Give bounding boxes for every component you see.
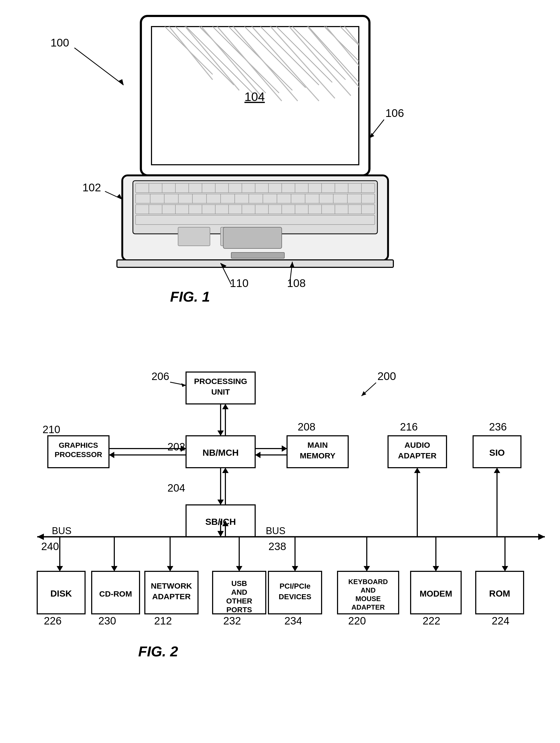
svg-text:PROCESSOR: PROCESSOR [55,450,102,458]
ref200-label: 200 [377,370,396,382]
svg-text:ADAPTER: ADAPTER [152,592,190,601]
ref216-label: 216 [400,421,418,433]
svg-line-20 [228,21,298,101]
fig2-section: 200 PROCESSING UNIT 206 NB/MCH 202 204 [0,351,560,743]
ref232-label: 232 [223,615,241,626]
ref206-label: 206 [152,370,169,382]
svg-line-8 [245,27,306,88]
fig2-title: FIG. 2 [138,643,178,659]
ref226-label: 226 [44,615,62,626]
svg-rect-83 [178,227,210,246]
ref238-label: 238 [268,540,286,552]
svg-marker-162 [494,468,500,473]
svg-marker-140 [57,566,63,571]
svg-text:PORTS: PORTS [226,606,252,614]
svg-marker-150 [363,566,370,571]
svg-marker-146 [236,566,243,571]
svg-rect-87 [231,253,285,258]
svg-text:MAIN: MAIN [307,441,328,449]
svg-rect-86 [117,260,393,267]
svg-text:DISK: DISK [50,588,72,599]
svg-rect-85 [223,227,282,249]
svg-marker-121 [282,445,287,452]
fig1-section: 104 100 106 102 110 108 FIG. 1 [0,0,560,345]
svg-marker-138 [538,534,545,540]
svg-marker-144 [167,566,173,571]
ref224-label: 224 [492,615,510,626]
svg-line-22 [266,21,335,98]
svg-marker-114 [222,468,228,473]
ref234-label: 234 [285,615,302,626]
svg-line-18 [197,21,263,98]
svg-text:PROCESSING: PROCESSING [194,377,247,386]
svg-line-13 [324,27,359,61]
svg-text:ADAPTER: ADAPTER [351,603,385,611]
fig2-diagram: 200 PROCESSING UNIT 206 NB/MCH 202 204 [0,351,560,743]
ref210-label: 210 [43,424,60,435]
svg-marker-130 [109,452,114,458]
svg-text:AUDIO: AUDIO [404,441,430,449]
svg-text:ROM: ROM [489,588,510,599]
ref102-label: 102 [82,181,101,194]
ref208-label: 208 [298,421,315,433]
fig1-title: FIG. 1 [170,289,210,305]
ref204-label: 204 [167,482,185,494]
svg-marker-137 [37,534,44,540]
svg-marker-142 [111,566,118,571]
ref212-label: 212 [154,615,172,626]
svg-text:CD-ROM: CD-ROM [99,589,132,598]
bus1-label: BUS [52,525,72,536]
svg-text:MEMORY: MEMORY [300,451,335,460]
fig1-diagram: 104 100 106 102 110 108 FIG. 1 [0,0,560,345]
svg-marker-160 [414,468,421,473]
svg-text:DEVICES: DEVICES [279,593,311,601]
svg-line-9 [260,27,319,85]
bus2-label: BUS [266,525,286,536]
ref110-label: 110 [230,277,249,290]
svg-line-19 [213,21,282,101]
ref106-label: 106 [385,107,404,119]
svg-text:AND: AND [231,588,248,596]
ref100-label: 100 [50,36,69,49]
svg-line-23 [285,21,351,96]
svg-marker-112 [217,499,224,505]
svg-text:ADAPTER: ADAPTER [398,451,436,460]
svg-line-14 [340,27,359,45]
svg-text:MOUSE: MOUSE [355,595,381,603]
svg-text:OTHER: OTHER [226,597,252,605]
ref220-label: 220 [348,615,366,626]
svg-text:PCI/PCIe: PCI/PCIe [279,582,311,590]
svg-line-88 [75,48,124,85]
svg-text:SIO: SIO [489,447,505,457]
svg-marker-104 [181,383,186,387]
ref240-label: 240 [41,540,59,552]
svg-marker-154 [502,566,508,571]
svg-line-10 [276,27,332,82]
svg-text:MODEM: MODEM [420,589,453,599]
svg-text:UNIT: UNIT [211,387,230,396]
svg-text:NETWORK: NETWORK [151,581,192,590]
svg-text:USB: USB [231,579,247,587]
svg-marker-148 [292,566,298,571]
svg-marker-152 [433,566,439,571]
ref222-label: 222 [423,615,440,626]
ref104-label: 104 [245,90,265,104]
ref230-label: 230 [98,615,116,626]
svg-line-17 [181,21,239,90]
svg-text:GRAPHICS: GRAPHICS [59,441,98,449]
svg-text:AND: AND [361,586,376,594]
svg-marker-123 [255,452,260,458]
ref236-label: 236 [489,421,507,433]
svg-text:NB/MCH: NB/MCH [203,447,239,457]
svg-marker-106 [217,431,224,436]
svg-marker-108 [222,404,228,409]
svg-text:KEYBOARD: KEYBOARD [348,578,388,586]
svg-line-11 [292,27,346,80]
